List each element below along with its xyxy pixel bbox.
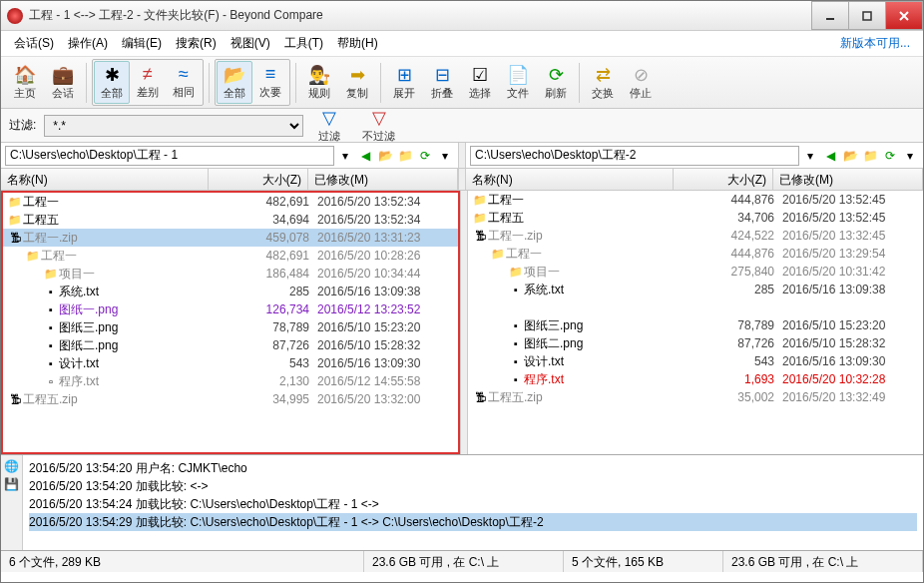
row-modified: 2016/5/20 13:32:49 bbox=[774, 390, 919, 404]
right-path-input[interactable] bbox=[470, 146, 799, 166]
table-row[interactable]: 📁工程一482,6912016/5/20 13:52:34 bbox=[3, 193, 458, 211]
nofilter-button[interactable]: ▽不过滤 bbox=[355, 104, 402, 147]
status-left-files: 6 个文件, 289 KB bbox=[1, 551, 364, 572]
refresh-button[interactable]: ⟳刷新 bbox=[538, 61, 574, 104]
pane-splitter[interactable] bbox=[460, 191, 468, 454]
row-name: 工程五.zip bbox=[23, 391, 220, 408]
minimize-button[interactable] bbox=[811, 1, 849, 30]
menu-help[interactable]: 帮助(H) bbox=[330, 32, 385, 55]
minor-button[interactable]: ≡次要 bbox=[252, 61, 288, 104]
row-icon: 📁 bbox=[7, 196, 23, 209]
back-icon[interactable]: ◀ bbox=[356, 147, 374, 165]
table-row[interactable]: 📁工程五34,6942016/5/20 13:52:34 bbox=[3, 211, 458, 229]
open-icon[interactable]: 📁 bbox=[396, 147, 414, 165]
log-line[interactable]: 2016/5/20 13:54:24 加载比较: C:\Users\echo\D… bbox=[29, 495, 917, 513]
row-modified: 2016/5/20 13:32:00 bbox=[309, 392, 454, 406]
copy-button[interactable]: ➡复制 bbox=[339, 61, 375, 104]
log-line[interactable]: 2016/5/20 13:54:29 加载比较: C:\Users\echo\D… bbox=[29, 513, 917, 531]
table-row[interactable]: ▪设计.txt5432016/5/16 13:09:30 bbox=[468, 352, 923, 370]
table-row[interactable]: 🗜工程五.zip35,0022016/5/20 13:32:49 bbox=[468, 388, 923, 406]
filter-combo[interactable]: *.* bbox=[44, 115, 303, 137]
header-name-left[interactable]: 名称(N) bbox=[1, 169, 209, 190]
log-line[interactable]: 2016/5/20 13:54:20 加载比较: <-> bbox=[29, 477, 917, 495]
close-button[interactable] bbox=[885, 1, 923, 30]
more-icon[interactable]: ▾ bbox=[901, 147, 919, 165]
new-version-link[interactable]: 新版本可用... bbox=[833, 32, 917, 55]
row-modified: 2016/5/20 10:32:28 bbox=[774, 372, 919, 386]
dropdown-icon[interactable]: ▾ bbox=[336, 147, 354, 165]
header-name-right[interactable]: 名称(N) bbox=[466, 169, 674, 190]
menu-tools[interactable]: 工具(T) bbox=[277, 32, 330, 55]
dropdown-icon[interactable]: ▾ bbox=[801, 147, 819, 165]
log-line[interactable]: 2016/5/20 13:54:20 用户名: CJMKT\echo bbox=[29, 459, 917, 477]
log-save-icon[interactable]: 💾 bbox=[3, 477, 20, 491]
rules-button[interactable]: 👨‍⚖️规则 bbox=[301, 61, 337, 104]
filter-button[interactable]: ▽过滤 bbox=[311, 104, 347, 147]
table-row[interactable]: ▪图纸一.png126,7342016/5/12 13:23:52 bbox=[3, 300, 458, 318]
row-name: 工程一.zip bbox=[488, 228, 685, 245]
table-row[interactable]: ▪设计.txt5432016/5/16 13:09:30 bbox=[3, 354, 458, 372]
table-row[interactable]: ▫程序.txt2,1302016/5/12 14:55:58 bbox=[3, 372, 458, 390]
table-row[interactable]: ▪图纸三.png78,7892016/5/10 15:23:20 bbox=[3, 318, 458, 336]
table-row[interactable]: ▪程序.txt1,6932016/5/20 10:32:28 bbox=[468, 370, 923, 388]
path-splitter[interactable] bbox=[458, 143, 466, 168]
header-modified-left[interactable]: 已修改(M) bbox=[308, 169, 458, 190]
more-icon[interactable]: ▾ bbox=[436, 147, 454, 165]
filter-group-2: 📂全部 ≡次要 bbox=[215, 59, 290, 106]
maximize-button[interactable] bbox=[848, 1, 886, 30]
files-button[interactable]: 📄文件 bbox=[500, 61, 536, 104]
collapse-button[interactable]: ⊟折叠 bbox=[424, 61, 460, 104]
table-row[interactable]: ▪系统.txt2852016/5/16 13:09:38 bbox=[3, 283, 458, 300]
table-row[interactable] bbox=[468, 298, 923, 316]
menu-action[interactable]: 操作(A) bbox=[61, 32, 115, 55]
left-pane[interactable]: 📁工程一482,6912016/5/20 13:52:34📁工程五34,6942… bbox=[1, 191, 460, 454]
menu-edit[interactable]: 编辑(E) bbox=[115, 32, 169, 55]
history-icon[interactable]: ⟳ bbox=[881, 147, 899, 165]
right-pane[interactable]: 📁工程一444,8762016/5/20 13:52:45📁工程五34,7062… bbox=[468, 191, 923, 454]
table-row[interactable]: 📁工程五34,7062016/5/20 13:52:45 bbox=[468, 209, 923, 227]
sessions-button[interactable]: 💼会话 bbox=[45, 61, 81, 104]
browse-icon[interactable]: 📂 bbox=[841, 147, 859, 165]
log-text[interactable]: 2016/5/20 13:54:20 用户名: CJMKT\echo2016/5… bbox=[23, 455, 923, 550]
table-row[interactable]: 📁项目一275,8402016/5/20 10:31:42 bbox=[468, 263, 923, 281]
table-row[interactable]: 🗜工程五.zip34,9952016/5/20 13:32:00 bbox=[3, 390, 458, 408]
funnel-icon: ▽ bbox=[322, 107, 336, 129]
row-icon: ▪ bbox=[43, 303, 59, 315]
menu-view[interactable]: 视图(V) bbox=[224, 32, 277, 55]
table-row[interactable]: ▪图纸二.png87,7262016/5/10 15:28:32 bbox=[468, 334, 923, 352]
header-size-right[interactable]: 大小(Z) bbox=[674, 169, 773, 190]
copy-icon: ➡ bbox=[350, 64, 365, 86]
table-row[interactable]: 📁工程一444,8762016/5/20 13:52:45 bbox=[468, 191, 923, 209]
open-icon[interactable]: 📁 bbox=[861, 147, 879, 165]
left-path-input[interactable] bbox=[5, 146, 334, 166]
browse-icon[interactable]: 📂 bbox=[376, 147, 394, 165]
swap-button[interactable]: ⇄交换 bbox=[585, 61, 621, 104]
table-row[interactable]: 📁工程一444,8762016/5/20 13:29:54 bbox=[468, 245, 923, 263]
select-button[interactable]: ☑选择 bbox=[462, 61, 498, 104]
all-button[interactable]: ✱全部 bbox=[94, 61, 130, 104]
table-row[interactable]: 🗜工程一.zip424,5222016/5/20 13:32:45 bbox=[468, 227, 923, 245]
row-modified: 2016/5/16 13:09:30 bbox=[309, 356, 454, 370]
table-row[interactable]: ▪图纸二.png87,7262016/5/10 15:28:32 bbox=[3, 336, 458, 354]
table-row[interactable]: ▪图纸三.png78,7892016/5/10 15:23:20 bbox=[468, 316, 923, 334]
log-globe-icon[interactable]: 🌐 bbox=[3, 459, 20, 473]
stop-button[interactable]: ⊘停止 bbox=[623, 61, 659, 104]
menu-search[interactable]: 搜索(R) bbox=[169, 32, 224, 55]
all2-button[interactable]: 📂全部 bbox=[217, 61, 252, 104]
header-size-left[interactable]: 大小(Z) bbox=[209, 169, 308, 190]
expand-button[interactable]: ⊞展开 bbox=[386, 61, 422, 104]
history-icon[interactable]: ⟳ bbox=[416, 147, 434, 165]
menu-session[interactable]: 会话(S) bbox=[7, 32, 61, 55]
compare-panes: 📁工程一482,6912016/5/20 13:52:34📁工程五34,6942… bbox=[1, 191, 923, 454]
same-button[interactable]: ≈相同 bbox=[166, 61, 202, 104]
row-name: 工程一 bbox=[23, 194, 220, 211]
table-row[interactable]: ▪系统.txt2852016/5/16 13:09:38 bbox=[468, 281, 923, 298]
table-row[interactable]: 📁项目一186,4842016/5/20 10:34:44 bbox=[3, 265, 458, 283]
table-row[interactable]: 🗜工程一.zip459,0782016/5/20 13:31:23 bbox=[3, 229, 458, 247]
header-modified-right[interactable]: 已修改(M) bbox=[773, 169, 923, 190]
home-button[interactable]: 🏠主页 bbox=[7, 61, 43, 104]
table-row[interactable]: 📁工程一482,6912016/5/20 10:28:26 bbox=[3, 247, 458, 265]
diff-button[interactable]: ≠差别 bbox=[130, 61, 166, 104]
row-icon: 📁 bbox=[508, 266, 524, 279]
back-icon[interactable]: ◀ bbox=[821, 147, 839, 165]
